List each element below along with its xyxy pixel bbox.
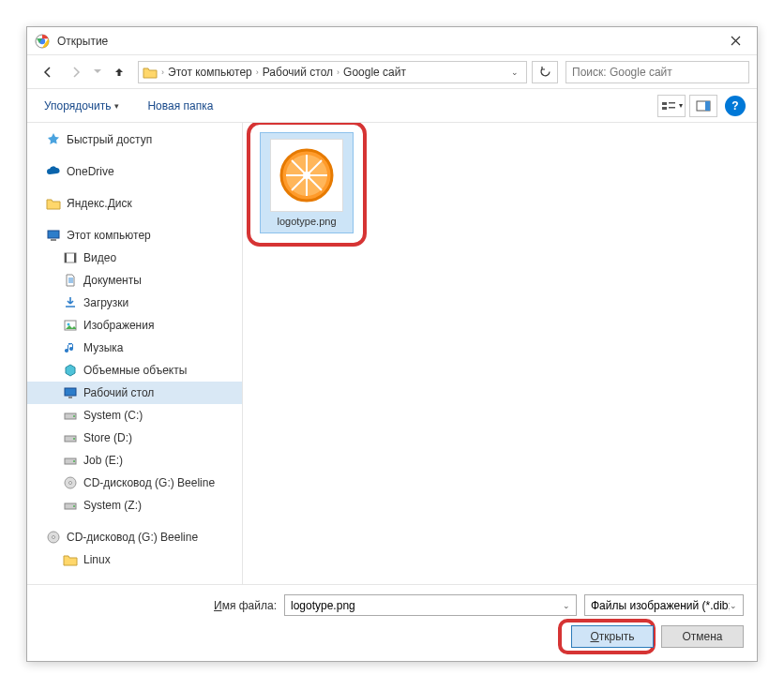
tree-drive-z[interactable]: System (Z:) <box>27 494 242 517</box>
organize-menu[interactable]: Упорядочить ▾ <box>38 96 125 116</box>
refresh-button[interactable] <box>532 61 558 83</box>
svg-rect-16 <box>68 397 72 398</box>
open-file-dialog: Открытие › Этот компьютер › Рабочий стол… <box>26 26 758 662</box>
download-icon <box>63 295 78 310</box>
pc-icon <box>46 228 61 243</box>
tree-drive-e[interactable]: Job (E:) <box>27 449 242 472</box>
chevron-right-icon: › <box>337 68 339 77</box>
disc-icon <box>63 475 78 490</box>
folder-icon <box>46 196 61 211</box>
disc-icon <box>46 530 61 545</box>
dialog-body: Быстрый доступ OneDrive Яндекс.Диск Этот… <box>27 123 757 584</box>
tree-drive-d[interactable]: Store (D:) <box>27 427 242 449</box>
filename-label: ИИмя файла:мя файла: <box>40 599 277 612</box>
address-dropdown[interactable]: ⌄ <box>507 68 522 77</box>
breadcrumb-segment[interactable]: Рабочий стол <box>263 66 333 79</box>
search-box[interactable] <box>565 61 749 83</box>
filetype-combobox[interactable]: Файлы изображений (*.dib;*.jj ⌄ <box>584 594 744 616</box>
picture-icon <box>63 318 78 333</box>
filename-input[interactable] <box>291 599 563 612</box>
folder-icon <box>143 65 158 80</box>
open-button[interactable]: Открыть <box>571 625 654 648</box>
svg-rect-5 <box>669 107 675 109</box>
window-title: Открытие <box>57 35 715 48</box>
tree-onedrive[interactable]: OneDrive <box>27 160 242 183</box>
svg-point-28 <box>53 536 55 539</box>
address-bar[interactable]: › Этот компьютер › Рабочий стол › Google… <box>138 61 527 83</box>
svg-point-18 <box>73 415 75 417</box>
tree-cd-drive-g-root[interactable]: CD-дисковод (G:) Beeline <box>27 526 242 548</box>
tree-cd-drive-g[interactable]: CD-дисковод (G:) Beeline <box>27 472 242 494</box>
forward-button[interactable] <box>63 61 89 83</box>
navigation-tree[interactable]: Быстрый доступ OneDrive Яндекс.Диск Этот… <box>27 123 243 584</box>
drive-icon <box>63 498 78 513</box>
svg-point-24 <box>69 482 72 485</box>
cloud-icon <box>46 164 61 179</box>
view-mode-button[interactable]: ▾ <box>657 95 686 117</box>
svg-point-20 <box>73 438 75 440</box>
svg-rect-3 <box>662 107 667 110</box>
cancel-button[interactable]: Отмена <box>661 625 744 648</box>
drive-icon <box>63 430 78 445</box>
tree-downloads[interactable]: Загрузки <box>27 292 242 314</box>
tree-quick-access[interactable]: Быстрый доступ <box>27 128 242 151</box>
chrome-icon <box>35 34 50 49</box>
help-button[interactable]: ? <box>725 96 746 116</box>
desktop-icon <box>63 385 78 400</box>
file-list[interactable]: logotype.png <box>243 123 757 584</box>
video-icon <box>63 250 78 265</box>
titlebar: Открытие <box>27 27 757 55</box>
svg-point-35 <box>303 172 310 179</box>
chevron-right-icon: › <box>256 68 259 77</box>
up-button[interactable] <box>106 61 132 83</box>
chevron-down-icon: ▾ <box>679 101 683 110</box>
breadcrumb-segment[interactable]: Этот компьютер <box>168 66 252 79</box>
close-button[interactable] <box>715 27 757 55</box>
svg-rect-4 <box>669 102 675 104</box>
svg-point-26 <box>73 505 75 507</box>
tree-documents[interactable]: Документы <box>27 269 242 292</box>
tree-pictures[interactable]: Изображения <box>27 314 242 337</box>
filename-combobox[interactable]: ⌄ <box>284 594 577 616</box>
filetype-label: Файлы изображений (*.dib;*.jj <box>591 599 730 612</box>
search-input[interactable] <box>572 66 743 79</box>
file-thumbnail <box>270 139 343 212</box>
new-folder-button[interactable]: Новая папка <box>142 96 219 116</box>
music-icon <box>63 340 78 355</box>
star-icon <box>46 132 61 147</box>
file-item[interactable]: logotype.png <box>260 132 354 233</box>
recent-dropdown[interactable] <box>91 61 104 83</box>
tree-3d-objects[interactable]: Объемные объекты <box>27 359 242 382</box>
chevron-right-icon: › <box>161 68 164 77</box>
dialog-footer: ИИмя файла:мя файла: ⌄ Файлы изображений… <box>27 584 757 661</box>
tree-desktop[interactable]: Рабочий стол <box>27 382 242 404</box>
tree-music[interactable]: Музыка <box>27 337 242 359</box>
tree-drive-c[interactable]: System (C:) <box>27 404 242 427</box>
cube-icon <box>63 363 78 378</box>
tree-linux[interactable]: Linux <box>27 548 242 571</box>
document-icon <box>63 273 78 288</box>
back-button[interactable] <box>35 61 61 83</box>
folder-icon <box>63 552 78 567</box>
breadcrumb-segment[interactable]: Google сайт <box>343 66 406 79</box>
svg-rect-15 <box>65 388 76 396</box>
file-name: logotype.png <box>278 216 337 227</box>
svg-rect-11 <box>65 253 67 262</box>
svg-rect-7 <box>705 101 710 111</box>
navigation-bar: › Этот компьютер › Рабочий стол › Google… <box>27 55 757 89</box>
chevron-down-icon: ▾ <box>114 101 119 111</box>
svg-point-22 <box>73 460 75 462</box>
tree-yandex-disk[interactable]: Яндекс.Диск <box>27 192 242 215</box>
chevron-down-icon[interactable]: ⌄ <box>730 601 737 610</box>
svg-rect-9 <box>51 239 56 241</box>
tree-videos[interactable]: Видео <box>27 247 242 269</box>
tree-this-pc[interactable]: Этот компьютер <box>27 224 242 247</box>
preview-pane-button[interactable] <box>689 95 717 117</box>
svg-rect-8 <box>48 231 59 238</box>
drive-icon <box>63 408 78 423</box>
organize-label: Упорядочить <box>44 99 111 112</box>
new-folder-label: Новая папка <box>147 99 213 112</box>
chevron-down-icon[interactable]: ⌄ <box>563 601 570 610</box>
toolbar: Упорядочить ▾ Новая папка ▾ ? <box>27 89 757 123</box>
drive-icon <box>63 453 78 468</box>
